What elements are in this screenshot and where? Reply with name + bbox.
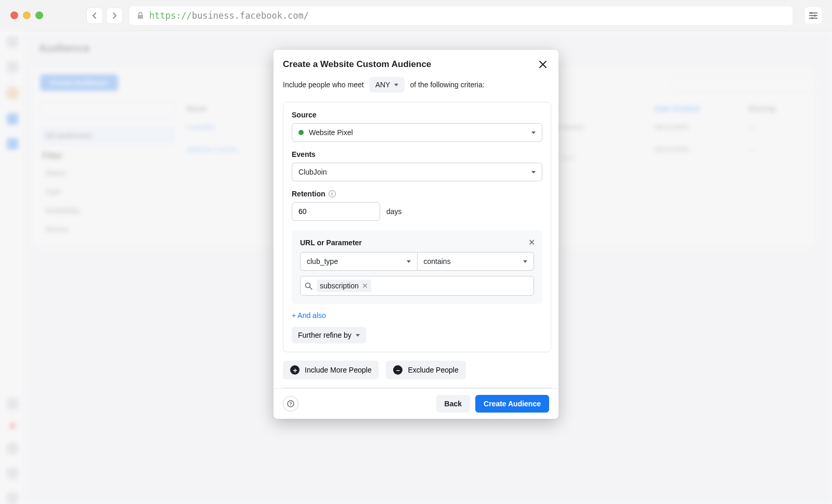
source-label: Source: [292, 111, 542, 119]
minus-circle-icon: －: [393, 365, 402, 375]
parameter-field-value: club_type: [307, 257, 338, 266]
svg-point-1: [814, 15, 816, 17]
exclude-label: Exclude People: [408, 366, 458, 374]
remove-refine-button[interactable]: ✕: [528, 237, 535, 247]
browser-settings-button[interactable]: [805, 7, 822, 24]
chevron-down-icon: [356, 334, 360, 337]
modal-body[interactable]: Include people who meet ANY of the follo…: [274, 74, 558, 388]
browser-chrome: https://business.facebook.com/: [0, 0, 832, 31]
include-text-post: of the following criteria:: [410, 81, 484, 89]
window-minimize-icon[interactable]: [23, 11, 31, 19]
exclude-people-button[interactable]: － Exclude People: [386, 361, 465, 379]
match-type-value: ANY: [375, 81, 391, 89]
create-audience-submit-button[interactable]: Create Audience: [475, 395, 549, 413]
modal-overlay: Create a Website Custom Audience Include…: [0, 31, 832, 504]
source-value: Website Pixel: [309, 128, 353, 137]
nav-back-button[interactable]: [87, 8, 102, 23]
search-icon: [305, 282, 313, 290]
parameter-field-dropdown[interactable]: club_type: [300, 252, 418, 271]
and-also-link[interactable]: + And also: [292, 311, 542, 320]
include-more-people-button[interactable]: ＋ Include More People: [283, 361, 379, 379]
chip-remove-button[interactable]: ✕: [362, 282, 368, 290]
include-text-pre: Include people who meet: [283, 81, 364, 89]
refine-title: URL or Parameter: [300, 238, 534, 247]
chevron-down-icon: [531, 131, 536, 134]
events-label: Events: [292, 150, 542, 158]
criteria-card: Source Website Pixel Events ClubJoin Ret…: [283, 102, 551, 352]
modal-footer: ? Back Create Audience: [274, 388, 558, 419]
chevron-down-icon: [394, 84, 398, 86]
url-parameter-block: ✕ URL or Parameter club_type contains: [292, 230, 542, 304]
include-more-label: Include More People: [305, 366, 371, 374]
url-scheme: https://: [149, 10, 192, 21]
plus-circle-icon: ＋: [290, 365, 300, 375]
chevron-down-icon: [523, 260, 527, 263]
parameter-value-input[interactable]: subscription ✕: [300, 276, 534, 296]
url-bar[interactable]: https://business.facebook.com/: [129, 6, 792, 25]
source-dropdown[interactable]: Website Pixel: [292, 123, 542, 142]
retention-label: Retention i: [292, 190, 542, 198]
status-dot-icon: [298, 130, 304, 135]
window-close-icon[interactable]: [10, 11, 18, 19]
svg-point-2: [811, 17, 813, 19]
svg-text:?: ?: [289, 401, 292, 406]
further-refine-label: Further refine by: [298, 331, 352, 339]
url-host: business.facebook.com/: [192, 10, 309, 21]
retention-input[interactable]: [292, 202, 380, 221]
nav-forward-button[interactable]: [107, 8, 122, 23]
retention-unit: days: [386, 207, 402, 216]
chevron-down-icon: [531, 171, 536, 174]
traffic-lights: [10, 11, 43, 19]
events-dropdown[interactable]: ClubJoin: [292, 163, 542, 181]
parameter-operator-value: contains: [424, 257, 451, 266]
modal-title: Create a Website Custom Audience: [283, 59, 431, 70]
back-button[interactable]: Back: [436, 395, 470, 413]
events-value: ClubJoin: [298, 168, 327, 176]
lock-icon: [137, 11, 144, 20]
create-audience-modal: Create a Website Custom Audience Include…: [274, 50, 558, 419]
chevron-down-icon: [407, 260, 411, 263]
further-refine-dropdown[interactable]: Further refine by: [292, 327, 366, 343]
match-type-dropdown[interactable]: ANY: [369, 77, 405, 92]
divider: [283, 388, 551, 388]
close-button[interactable]: [537, 58, 549, 71]
svg-point-0: [810, 12, 812, 14]
window-zoom-icon[interactable]: [35, 11, 43, 19]
info-icon[interactable]: i: [329, 190, 336, 197]
svg-point-3: [306, 283, 310, 287]
parameter-operator-dropdown[interactable]: contains: [418, 252, 535, 271]
help-button[interactable]: ?: [283, 396, 298, 412]
parameter-value-chip: subscription ✕: [317, 280, 371, 292]
